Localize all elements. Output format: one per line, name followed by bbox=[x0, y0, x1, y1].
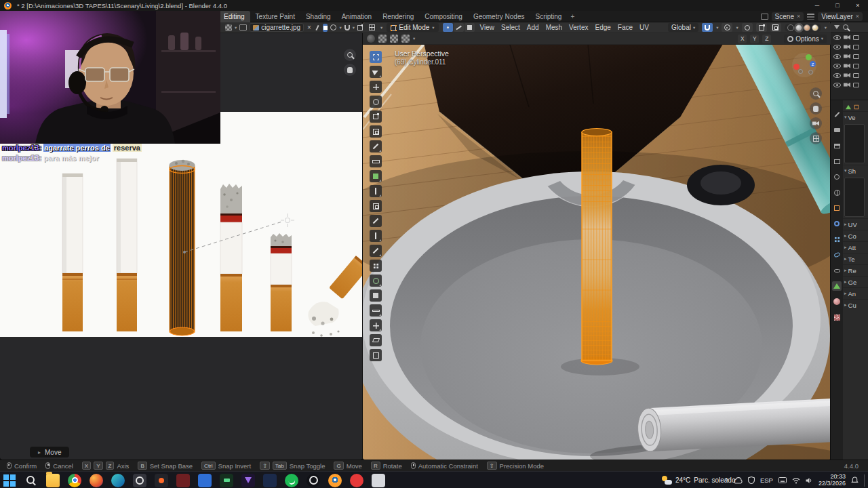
light-app-icon[interactable] bbox=[372, 474, 385, 487]
texture-slot-icon-3[interactable] bbox=[401, 35, 410, 43]
xray-toggle[interactable] bbox=[770, 23, 781, 32]
blue-app-icon[interactable] bbox=[198, 474, 212, 487]
panel-shape-keys[interactable]: ▾Sh bbox=[843, 165, 868, 176]
viewlayer-remove-icon[interactable]: × bbox=[856, 13, 859, 20]
scene-unlink-icon[interactable]: × bbox=[797, 13, 800, 20]
language-indicator[interactable]: ESP bbox=[760, 476, 773, 484]
disable-viewport-icon[interactable] bbox=[853, 45, 859, 49]
firefox-icon[interactable] bbox=[90, 474, 103, 487]
3d-viewport[interactable]: ▾ Edit Mode ▾ View Select Add Mesh Verte… bbox=[363, 22, 831, 460]
solid-shading-button[interactable] bbox=[795, 24, 802, 31]
tab-output[interactable] bbox=[832, 141, 842, 150]
vertex-select-button[interactable] bbox=[443, 23, 453, 32]
new-image-icon[interactable] bbox=[239, 24, 247, 32]
hide-viewport-icon[interactable] bbox=[833, 73, 841, 78]
panel-color-attributes[interactable]: ▸Co bbox=[843, 230, 868, 241]
disable-viewport-icon[interactable] bbox=[853, 54, 859, 59]
keyboard-icon[interactable] bbox=[778, 477, 787, 483]
hide-viewport-icon[interactable] bbox=[833, 83, 841, 87]
dark-red-app-icon[interactable] bbox=[176, 474, 190, 487]
tool-transform[interactable] bbox=[370, 125, 382, 138]
tool-select-box[interactable] bbox=[370, 51, 382, 63]
menu-mesh[interactable]: Mesh bbox=[545, 24, 564, 31]
vertex-groups-list[interactable] bbox=[844, 124, 865, 163]
tool-bevel[interactable] bbox=[370, 215, 382, 227]
shield-icon[interactable] bbox=[748, 476, 755, 484]
tool-knife[interactable] bbox=[370, 245, 382, 257]
search-icon[interactable] bbox=[843, 24, 848, 30]
obs-icon[interactable] bbox=[307, 474, 320, 487]
tab-scripting[interactable]: Scripting bbox=[530, 11, 567, 22]
snap-magnet-toggle[interactable] bbox=[702, 23, 713, 32]
operator-redo-panel[interactable]: ▸ Move bbox=[30, 447, 69, 458]
shape-keys-list[interactable] bbox=[844, 178, 865, 217]
tab-material[interactable] bbox=[832, 297, 842, 306]
notification-bell-icon[interactable] bbox=[851, 476, 859, 484]
panel-vertex-groups[interactable]: ▾Ve bbox=[843, 111, 868, 123]
zoom-icon[interactable] bbox=[810, 87, 822, 100]
tool-cursor[interactable] bbox=[370, 66, 382, 78]
tool-shrink-fatten[interactable] bbox=[370, 319, 382, 331]
overlays-icon[interactable] bbox=[357, 24, 363, 32]
material-shading-button[interactable] bbox=[804, 24, 810, 31]
outliner-row[interactable] bbox=[831, 42, 868, 52]
navigation-gizmo[interactable]: Z bbox=[792, 53, 816, 77]
panel-custom-properties[interactable]: ▸Cu bbox=[843, 299, 868, 310]
editor-type-3d-icon[interactable] bbox=[367, 24, 376, 32]
navy-app-icon[interactable] bbox=[263, 474, 277, 487]
wifi-icon[interactable] bbox=[792, 477, 800, 484]
tab-texture[interactable] bbox=[832, 312, 842, 322]
edge-icon[interactable] bbox=[111, 474, 125, 487]
mirror-z-toggle[interactable]: Z bbox=[762, 35, 771, 43]
mirror-y-toggle[interactable]: Y bbox=[750, 35, 759, 43]
wireframe-shading-button[interactable] bbox=[787, 24, 794, 31]
zoom-icon[interactable] bbox=[344, 49, 356, 61]
tool-poly-build[interactable] bbox=[370, 260, 382, 272]
menu-vertex[interactable]: Vertex bbox=[568, 24, 589, 31]
hide-viewport-icon[interactable] bbox=[833, 54, 841, 59]
tool-add-cube[interactable] bbox=[370, 170, 382, 182]
mode-selector[interactable]: Edit Mode ▾ bbox=[387, 23, 438, 32]
image-datablock-selector[interactable]: cigarrette.jpg bbox=[250, 23, 304, 32]
menu-view[interactable]: View bbox=[479, 24, 496, 31]
dark-app-icon[interactable] bbox=[133, 474, 146, 487]
panel-texture-space[interactable]: ▸Te bbox=[843, 253, 868, 264]
chrome-icon[interactable] bbox=[68, 474, 81, 487]
tool-shear[interactable] bbox=[370, 334, 382, 346]
panel-uv-maps[interactable]: ▸UV bbox=[843, 218, 868, 230]
tool-inset-faces[interactable] bbox=[370, 200, 382, 212]
mirror-x-toggle[interactable]: X bbox=[738, 35, 747, 43]
show-gizmo-toggle[interactable] bbox=[742, 23, 753, 32]
mask-icon[interactable] bbox=[330, 24, 336, 32]
axis-y-handle[interactable] bbox=[806, 54, 812, 60]
tab-compositing[interactable]: Compositing bbox=[419, 11, 468, 22]
search-icon[interactable] bbox=[24, 474, 38, 487]
snap-magnet-icon[interactable] bbox=[344, 24, 350, 32]
blender-taskbar-icon[interactable] bbox=[328, 474, 342, 487]
outliner-row[interactable] bbox=[831, 80, 868, 89]
disable-viewport-icon[interactable] bbox=[853, 35, 859, 40]
tool-rip-region[interactable] bbox=[370, 349, 382, 361]
active-tool-icon[interactable] bbox=[367, 35, 375, 43]
volume-icon[interactable] bbox=[806, 477, 813, 484]
tool-loop-cut[interactable] bbox=[370, 230, 382, 242]
pin-icon[interactable] bbox=[315, 24, 320, 32]
cloud-icon[interactable] bbox=[734, 477, 743, 484]
tool-smooth[interactable] bbox=[370, 289, 382, 302]
panel-geometry-data[interactable]: ▸Ge bbox=[843, 276, 868, 287]
menu-edge[interactable]: Edge bbox=[593, 24, 612, 31]
tool-move[interactable] bbox=[370, 81, 382, 93]
spotify-icon[interactable] bbox=[285, 474, 298, 487]
outliner-row[interactable] bbox=[831, 61, 868, 70]
tab-tool[interactable] bbox=[832, 110, 842, 119]
panel-attributes[interactable]: ▸Att bbox=[843, 241, 868, 253]
axis-neg-x-handle[interactable] bbox=[808, 70, 813, 75]
tool-spin[interactable] bbox=[370, 274, 382, 287]
disable-render-icon[interactable] bbox=[844, 73, 850, 78]
minimize-button[interactable]: ─ bbox=[807, 0, 827, 11]
menu-select[interactable]: Select bbox=[500, 24, 521, 31]
proportional-edit-toggle[interactable] bbox=[722, 23, 732, 32]
outliner-row[interactable] bbox=[831, 33, 868, 42]
overlays-toggle[interactable] bbox=[756, 23, 767, 32]
disable-viewport-icon[interactable] bbox=[853, 64, 859, 68]
